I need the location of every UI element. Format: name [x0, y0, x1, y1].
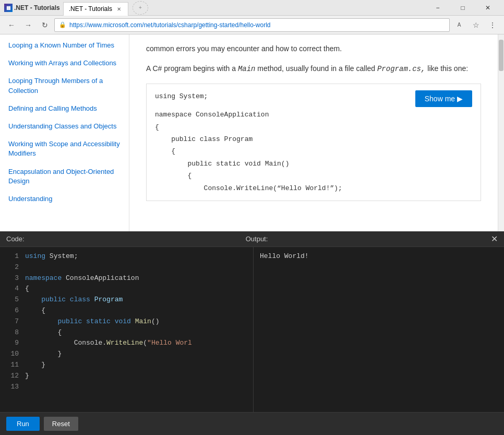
- app-logo: ▦ .NET - Tutorials: [4, 4, 60, 12]
- code-line-9: 9 Console.WriteLine("Hello Worl: [0, 338, 253, 349]
- code-line-6: 6 {: [0, 305, 253, 316]
- maximize-btn[interactable]: □: [451, 0, 475, 16]
- tab-close-btn[interactable]: ✕: [115, 5, 123, 13]
- code-display-line3: namespace ConsoleApplication: [155, 109, 472, 121]
- show-me-button[interactable]: Show me ▶: [415, 90, 472, 107]
- run-button[interactable]: Run: [6, 417, 40, 431]
- url-display: https://www.microsoft.com/net/tutorials/…: [69, 21, 271, 29]
- nav-right-controls: A ☆ ⋮: [452, 18, 500, 32]
- code-line-13: 13: [0, 382, 253, 393]
- lock-icon: 🔒: [59, 21, 66, 28]
- menu-btn[interactable]: ⋮: [485, 18, 500, 32]
- sidebar-item-looping-members[interactable]: Looping Through Members of a Collection: [0, 72, 129, 99]
- code-display-line6: {: [155, 145, 472, 157]
- code-label: Code:: [6, 235, 25, 243]
- sidebar-item-understanding-classes[interactable]: Understanding Classes and Objects: [0, 117, 129, 135]
- minimize-btn[interactable]: −: [426, 0, 450, 16]
- code-line-1: 1 using System;: [0, 251, 253, 262]
- refresh-btn[interactable]: ↻: [38, 18, 52, 32]
- browser-tab[interactable]: .NET - Tutorials ✕: [63, 2, 128, 16]
- title-bar-left: ▦ .NET - Tutorials .NET - Tutorials ✕ +: [4, 0, 148, 16]
- code-display-area: Show me ▶ using System; namespace Consol…: [147, 84, 481, 201]
- sidebar-item-understanding2[interactable]: Understanding: [0, 190, 129, 208]
- favorites-btn[interactable]: ☆: [469, 18, 483, 32]
- browser-content: Looping a Known Number of Times Working …: [0, 34, 504, 435]
- close-btn[interactable]: ✕: [476, 0, 500, 16]
- code-panel-close-btn[interactable]: ✕: [491, 234, 498, 244]
- reset-button[interactable]: Reset: [44, 417, 78, 431]
- code-display-line4: {: [155, 121, 472, 133]
- code-line-4: 4 {: [0, 284, 253, 295]
- code-display-line8: {: [155, 170, 472, 182]
- code-display-line7: public static void Main(): [155, 158, 472, 170]
- window-controls: − □ ✕: [426, 0, 500, 16]
- main-paragraph: A C# program begins with a Main method, …: [146, 63, 481, 75]
- code-editor[interactable]: 1 using System; 2 3 namespace ConsoleApp…: [0, 247, 254, 412]
- sidebar-item-encapsulation[interactable]: Encapsulation and Object-Oriented Design: [0, 163, 129, 190]
- code-panel: Code: Output: ✕ 1 using System; 2: [0, 231, 504, 435]
- sidebar-item-working-scope[interactable]: Working with Scope and Accessibility Mod…: [0, 135, 129, 162]
- code-line-5: 5 public class Program: [0, 295, 253, 305]
- dotnet-square-icon: ▦: [4, 4, 13, 12]
- code-line-12: 12 }: [0, 371, 253, 382]
- code-line-7: 7 public static void Main(): [0, 316, 253, 327]
- output-text: Hello World!: [260, 251, 498, 262]
- sidebar-item-working-arrays[interactable]: Working with Arrays and Collections: [0, 54, 129, 72]
- code-display-line5: public class Program: [155, 133, 472, 145]
- back-btn[interactable]: ←: [4, 18, 19, 32]
- output-label: Output:: [246, 235, 268, 243]
- code-line-10: 10 }: [0, 349, 253, 360]
- scrollbar-thumb[interactable]: [499, 40, 503, 71]
- code-panel-body: 1 using System; 2 3 namespace ConsoleApp…: [0, 247, 504, 412]
- code-line-8: 8 {: [0, 327, 253, 338]
- sidebar-item-looping-known[interactable]: Looping a Known Number of Times: [0, 37, 129, 54]
- title-bar: ▦ .NET - Tutorials .NET - Tutorials ✕ + …: [0, 0, 504, 16]
- forward-btn[interactable]: →: [21, 18, 35, 32]
- code-panel-footer: Run Reset: [0, 412, 504, 435]
- code-playground: Show me ▶ using System; namespace Consol…: [146, 84, 481, 201]
- tab-label: .NET - Tutorials: [14, 4, 60, 11]
- output-panel: Hello World!: [254, 247, 504, 412]
- code-display-line9: Console.WriteLine(“Hello World!”);: [155, 182, 472, 194]
- code-line-2: 2: [0, 262, 253, 273]
- address-bar[interactable]: 🔒 https://www.microsoft.com/net/tutorial…: [54, 18, 450, 32]
- code-line-11: 11 }: [0, 360, 253, 371]
- panel-labels: Code: Output:: [6, 235, 268, 243]
- intro-text: common errors you may encounter and how …: [146, 43, 481, 54]
- tab-text: .NET - Tutorials: [69, 5, 112, 13]
- navigation-bar: ← → ↻ 🔒 https://www.microsoft.com/net/tu…: [0, 16, 504, 34]
- code-line-3: 3 namespace ConsoleApplication: [0, 273, 253, 284]
- translate-btn[interactable]: A: [452, 18, 466, 32]
- new-tab-btn[interactable]: +: [133, 1, 148, 15]
- code-panel-header: Code: Output: ✕: [0, 231, 504, 247]
- sidebar-item-defining-methods[interactable]: Defining and Calling Methods: [0, 100, 129, 117]
